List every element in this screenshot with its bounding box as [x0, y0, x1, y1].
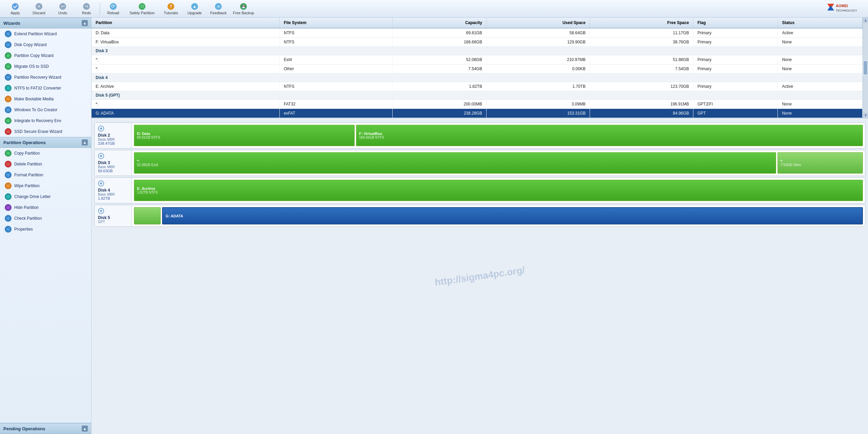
migrate-os-icon	[5, 63, 12, 70]
ntfs-fat32-icon	[5, 85, 12, 92]
disk-2-partition-f[interactable]: F: VirtualBox 168.66GB NTFS	[356, 125, 863, 146]
format-partition-icon	[5, 172, 12, 178]
disk-4-icon	[98, 180, 104, 186]
extend-partition-icon	[5, 31, 12, 37]
disk-4-partition-archive[interactable]: E: Archive 1.82TB NTFS	[134, 180, 863, 201]
disk-4-archive-name: E: Archive	[137, 186, 860, 191]
pending-section-header[interactable]: Pending Operations ▲	[0, 423, 91, 434]
sidebar-item-format-partition[interactable]: Format Partition	[0, 170, 91, 180]
disk-3-partition-ext4[interactable]: *: 52.08GB Ext4	[134, 152, 776, 174]
disk-2-f-name: F: VirtualBox	[359, 132, 860, 136]
col-filesystem: File System	[280, 18, 393, 28]
disk-5-icon	[98, 208, 104, 214]
discard-button[interactable]: ✕ Discard	[27, 1, 51, 16]
partition-table-area: Partition File System Capacity Used Spac…	[92, 18, 868, 118]
disk-3-other-detail: 7.54GB Other	[781, 163, 860, 167]
sidebar-item-partition-copy[interactable]: Partition Copy Wizard	[0, 50, 91, 61]
operations-section-header[interactable]: Partition Operations ▲	[0, 137, 91, 148]
sidebar-item-wipe-partition[interactable]: Wipe Partition	[0, 180, 91, 191]
disk-3-info: Disk 3 Basic MBR 59.63GB	[95, 150, 132, 176]
disk-5-partition-adata[interactable]: G: ADATA	[162, 207, 863, 224]
scroll-down-arrow[interactable]: ▼	[863, 113, 868, 118]
sidebar-item-properties[interactable]: Properties	[0, 224, 91, 235]
copy-partition-icon	[5, 150, 12, 157]
disk-2-partition-d[interactable]: D: Data 69.81GB NTFS	[134, 125, 355, 146]
table-row[interactable]: E: ArchiveNTFS1.82TB1.70TB123.70GBPrimar…	[92, 82, 863, 91]
sidebar-item-ntfs-fat32[interactable]: NTFS to FAT32 Converter	[0, 83, 91, 94]
pending-collapse-btn[interactable]: ▲	[82, 426, 88, 432]
sidebar-item-integrate-recovery[interactable]: Integrate to Recovery Env	[0, 115, 91, 126]
sidebar-item-change-drive-letter[interactable]: Change Drive Letter	[0, 191, 91, 202]
disk-4-row: Disk 4 Basic MBR 1.82TB E: Archive 1.82T…	[94, 177, 865, 203]
apply-button[interactable]: Apply	[3, 1, 27, 16]
disk-3-ext4-detail: 52.08GB Ext4	[137, 163, 773, 167]
sidebar-item-extend-partition[interactable]: Extend Partition Wizard	[0, 28, 91, 39]
col-capacity: Capacity	[392, 18, 486, 28]
windows-to-go-icon	[5, 106, 12, 113]
col-used-space: Used Space	[486, 18, 590, 28]
table-row[interactable]: *:Other7.54GB0.00KB7.54GBPrimaryNone	[92, 64, 863, 74]
wipe-partition-icon	[5, 182, 12, 189]
check-partition-icon	[5, 215, 12, 222]
sidebar-item-copy-partition[interactable]: Copy Partition	[0, 148, 91, 159]
operations-collapse-btn[interactable]: ▲	[82, 139, 88, 145]
redo-button[interactable]: ↪ Redo	[75, 1, 98, 16]
disk-2-name: Disk 2	[98, 133, 128, 138]
sidebar-item-migrate-os[interactable]: Migrate OS to SSD	[0, 61, 91, 72]
sidebar-item-bootable-media[interactable]: Make Bootable Media	[0, 94, 91, 104]
main-layout: Wizards ▲ Extend Partition Wizard Disk C…	[0, 18, 868, 434]
pending-operations-section: Pending Operations ▲	[0, 423, 91, 434]
disk-5-name: Disk 5	[98, 215, 128, 220]
col-flag: Flag	[693, 18, 778, 28]
sidebar-item-delete-partition[interactable]: Delete Partition	[0, 159, 91, 170]
table-row[interactable]: *:FAT32200.00MB3.09MB196.91MBGPT,EFINone	[92, 100, 863, 109]
reload-button[interactable]: ⟳ Reload	[101, 1, 125, 16]
disk-4-type: Basic MBR	[98, 193, 128, 196]
sidebar-item-ssd-erase[interactable]: SSD Secure Erase Wizard	[0, 126, 91, 137]
disk-3-partition-other[interactable]: *: 7.54GB Other	[777, 152, 863, 174]
disk-5-partitions: G: ADATA	[132, 205, 865, 226]
sidebar-item-disk-copy[interactable]: Disk Copy Wizard	[0, 39, 91, 50]
col-partition: Partition	[92, 18, 280, 28]
disk-3-ext4-name: *:	[137, 159, 773, 163]
disk-3-row: Disk 3 Basic MBR 59.63GB *: 52.08GB Ext4…	[94, 150, 865, 176]
table-row[interactable]: D: DataNTFS69.81GB58.64GB11.17GBPrimaryA…	[92, 28, 863, 38]
wizards-section-header[interactable]: Wizards ▲	[0, 18, 91, 28]
bootable-media-icon	[5, 96, 12, 102]
partition-table-scroll[interactable]: Partition File System Capacity Used Spac…	[92, 18, 863, 118]
disk-header-row: Disk 3	[92, 47, 863, 55]
properties-icon	[5, 226, 12, 233]
table-row[interactable]: F: VirtualBoxNTFS168.66GB129.90GB38.76GB…	[92, 38, 863, 47]
sidebar-item-hide-partition[interactable]: Hide Partition	[0, 202, 91, 213]
free-backup-button[interactable]: 💾 Free Backup	[230, 1, 257, 16]
toolbar: Apply ✕ Discard ↩ Undo ↪ Redo ⟳ Reload 🛡…	[0, 0, 868, 18]
svg-point-26	[100, 155, 102, 157]
disk-2-row: Disk 2 Basic MBR 238.47GB D: Data 69.81G…	[94, 122, 865, 149]
svg-text:✕: ✕	[37, 4, 41, 9]
safely-partition-button[interactable]: 🛡 Safely Partition	[125, 1, 159, 16]
disk-3-name: Disk 3	[98, 160, 128, 165]
disk-header-row: Disk 4	[92, 74, 863, 82]
svg-text:↩: ↩	[61, 4, 65, 9]
sidebar: Wizards ▲ Extend Partition Wizard Disk C…	[0, 18, 92, 434]
disk-5-row: Disk 5 GPT G: ADATA	[94, 205, 865, 227]
sidebar-item-partition-recovery[interactable]: Partition Recovery Wizard	[0, 72, 91, 83]
feedback-button[interactable]: ✉ Feedback	[206, 1, 230, 16]
hide-partition-icon	[5, 204, 12, 211]
sidebar-item-windows-to-go[interactable]: Windows To Go Creator	[0, 104, 91, 115]
disk-2-info: Disk 2 Basic MBR 238.47GB	[95, 123, 132, 148]
disk-2-size: 238.47GB	[98, 141, 128, 145]
sidebar-item-check-partition[interactable]: Check Partition	[0, 213, 91, 224]
table-scrollbar[interactable]: ▲ ▼	[863, 18, 868, 118]
table-row[interactable]: *:Ext452.08GB210.97MB51.88GBPrimaryNone	[92, 55, 863, 64]
disk-5-partition-efi[interactable]	[134, 207, 161, 224]
tutorials-button[interactable]: ? Tutorials	[159, 1, 183, 16]
disk-4-partitions: E: Archive 1.82TB NTFS	[132, 178, 865, 203]
wizards-collapse-btn[interactable]: ▲	[82, 20, 88, 26]
upgrade-button[interactable]: ▲ Upgrade	[183, 1, 206, 16]
disk-2-type: Basic MBR	[98, 138, 128, 141]
undo-button[interactable]: ↩ Undo	[51, 1, 75, 16]
table-row[interactable]: G: ADATAexFAT238.28GB153.31GB84.96GBGPTN…	[92, 109, 863, 118]
scroll-up-arrow[interactable]: ▲	[863, 18, 868, 23]
partition-table-body: D: DataNTFS69.81GB58.64GB11.17GBPrimaryA…	[92, 28, 863, 118]
